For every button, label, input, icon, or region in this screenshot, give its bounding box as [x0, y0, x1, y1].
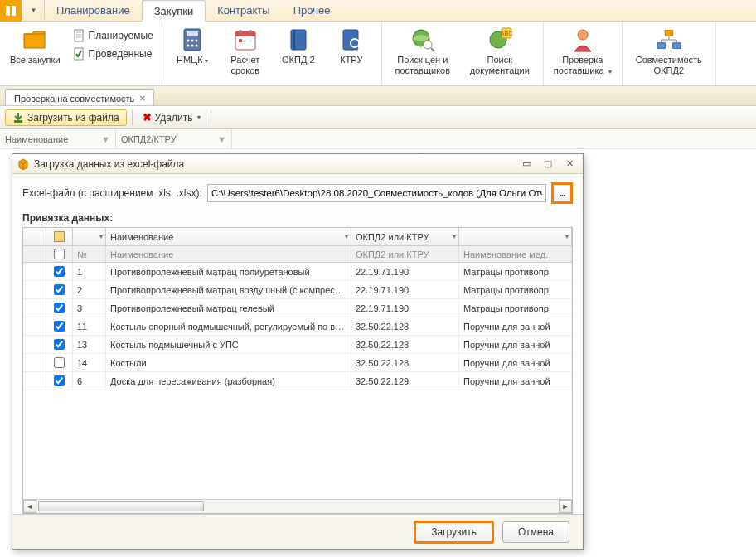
scroll-thumb[interactable]	[38, 501, 204, 511]
row-num: 13	[73, 336, 106, 353]
scroll-left-icon[interactable]: ◄	[23, 500, 36, 513]
svg-rect-35	[657, 43, 665, 49]
nmck-button[interactable]: НМЦК▾	[167, 24, 217, 83]
document-icon	[72, 29, 85, 42]
svg-point-13	[191, 45, 193, 47]
row-checkbox[interactable]	[54, 321, 65, 332]
tab-contracts[interactable]: Контракты	[206, 0, 282, 21]
data-grid: ▾ Наименование▾ ОКПД2 или КТРУ▾ ▾ № Наим…	[22, 227, 573, 514]
col-check-all[interactable]	[46, 228, 73, 245]
funnel-icon: ▼	[101, 134, 110, 144]
svg-rect-0	[6, 6, 10, 16]
table-row[interactable]: 14Костыли32.50.22.128Поручни для ванной	[23, 354, 572, 372]
funnel-icon: ▼	[217, 134, 226, 144]
dialog-titlebar: Загрузка данных из excel-файла ▭ ▢ ✕	[12, 154, 583, 174]
row-num: 6	[73, 372, 106, 390]
svg-line-26	[358, 46, 361, 50]
row-okpd: 32.50.22.128	[351, 354, 459, 371]
row-checkbox[interactable]	[54, 339, 65, 350]
row-name: Костыли	[106, 354, 351, 371]
doc-search-button[interactable]: ABC Поиск документации	[462, 24, 538, 83]
tab-other[interactable]: Прочее	[282, 0, 342, 21]
package-icon	[17, 158, 29, 170]
app-menu-dropdown[interactable]: ▼	[22, 0, 45, 21]
scroll-right-icon[interactable]: ►	[559, 500, 572, 513]
svg-rect-20	[244, 39, 247, 42]
document-tabs: Проверка на совместимость ×	[0, 86, 756, 106]
row-checkbox[interactable]	[54, 375, 65, 386]
row-checkbox[interactable]	[54, 303, 65, 313]
path-input[interactable]	[207, 184, 546, 202]
svg-text:ABC: ABC	[501, 31, 512, 36]
svg-point-18	[249, 30, 252, 33]
calc-terms-button[interactable]: Расчет сроков	[220, 24, 270, 83]
done-button[interactable]: Проведенные	[69, 46, 157, 62]
row-med: Поручни для ванной	[459, 317, 572, 335]
col-okpd[interactable]: ОКПД2 или КТРУ▾	[351, 228, 459, 245]
col-med[interactable]: ▾	[459, 228, 572, 245]
maximize-icon[interactable]: ▢	[540, 157, 556, 171]
check-all[interactable]	[54, 249, 65, 259]
table-row[interactable]: 11Костыль опорный подмышечный, регулируе…	[23, 317, 572, 336]
delete-button[interactable]: ✖ Удалить ▾	[138, 109, 206, 125]
table-row[interactable]: 1Противопролежневый матрац полиуретановы…	[23, 263, 572, 281]
toolbar: Загрузить из файла ✖ Удалить ▾	[0, 106, 756, 129]
svg-point-11	[195, 40, 197, 42]
svg-point-14	[195, 45, 197, 47]
col-marker[interactable]	[23, 228, 46, 245]
svg-rect-19	[239, 39, 242, 42]
price-search-button[interactable]: Поиск цен и поставщиков	[387, 24, 458, 83]
row-name: Костыль опорный подмышечный, регулируемы…	[106, 317, 351, 335]
tab-purchases[interactable]: Закупки	[142, 0, 206, 22]
app-menu-icon[interactable]	[0, 0, 22, 22]
table-row[interactable]: 3Противопролежневый матрац гелевый22.19.…	[23, 299, 572, 317]
filter-okpd[interactable]: ОКПД2/КТРУ ▼	[116, 129, 232, 148]
doc-tab-compat[interactable]: Проверка на совместимость ×	[5, 89, 154, 105]
row-num: 1	[73, 263, 106, 280]
excel-load-dialog: Загрузка данных из excel-файла ▭ ▢ ✕ Exc…	[12, 153, 584, 550]
svg-rect-16	[235, 31, 255, 36]
table-row[interactable]: 2Противопролежневый матрац воздушный (с …	[23, 281, 572, 299]
browse-button[interactable]: ...	[551, 182, 573, 204]
close-icon[interactable]: ✕	[561, 157, 578, 171]
load-button[interactable]: Загрузить	[414, 521, 494, 544]
minimize-icon[interactable]: ▭	[518, 157, 535, 171]
cancel-button[interactable]: Отмена	[502, 521, 569, 543]
all-purchases-button[interactable]: Все закупки	[5, 24, 65, 83]
svg-rect-36	[673, 43, 681, 49]
ribbon: Все закупки Планируемые Проведенные НМЦК…	[0, 22, 756, 86]
filter-name[interactable]: Наименование ▼	[0, 129, 116, 148]
main-tabs-bar: ▼ Планирование Закупки Контракты Прочее	[0, 0, 756, 22]
col-name[interactable]: Наименование▾	[106, 228, 351, 245]
close-icon[interactable]: ×	[139, 93, 145, 104]
row-name: Костыль подмышечный с УПС	[106, 336, 351, 353]
row-checkbox[interactable]	[54, 284, 65, 295]
row-okpd: 32.50.22.128	[351, 336, 459, 353]
planned-button[interactable]: Планируемые	[69, 27, 157, 44]
horizontal-scrollbar[interactable]: ◄ ►	[23, 499, 572, 513]
svg-rect-23	[293, 30, 295, 50]
col-num[interactable]: ▾	[73, 228, 106, 245]
row-checkbox[interactable]	[54, 266, 65, 277]
row-name: Противопролежневый матрац полиуретановый	[106, 263, 351, 280]
globe-search-icon	[410, 27, 436, 53]
row-checkbox[interactable]	[54, 357, 65, 368]
row-med: Матрацы противопр	[459, 281, 572, 298]
compat-button[interactable]: Совместимость ОКПД2	[628, 24, 710, 83]
table-row[interactable]: 6Доска для пересаживания (разборная)32.5…	[23, 372, 572, 390]
row-med: Матрацы противопр	[459, 299, 572, 317]
svg-rect-2	[75, 30, 83, 41]
row-med: Поручни для ванной	[459, 336, 572, 353]
svg-point-17	[239, 30, 242, 33]
row-num: 14	[73, 354, 106, 371]
supplier-check-button[interactable]: Проверка поставщика ▾	[549, 24, 617, 83]
tab-planning[interactable]: Планирование	[45, 0, 142, 21]
row-okpd: 32.50.22.129	[351, 372, 459, 390]
okpd2-button[interactable]: ОКПД 2	[274, 24, 323, 83]
row-okpd: 22.19.71.190	[351, 299, 459, 317]
row-name: Доска для пересаживания (разборная)	[106, 372, 351, 390]
ktru-button[interactable]: КТРУ	[327, 24, 376, 83]
table-row[interactable]: 13Костыль подмышечный с УПС32.50.22.128П…	[23, 336, 572, 354]
load-from-file-button[interactable]: Загрузить из файла	[5, 109, 127, 126]
binding-label: Привязка данных:	[22, 212, 573, 224]
